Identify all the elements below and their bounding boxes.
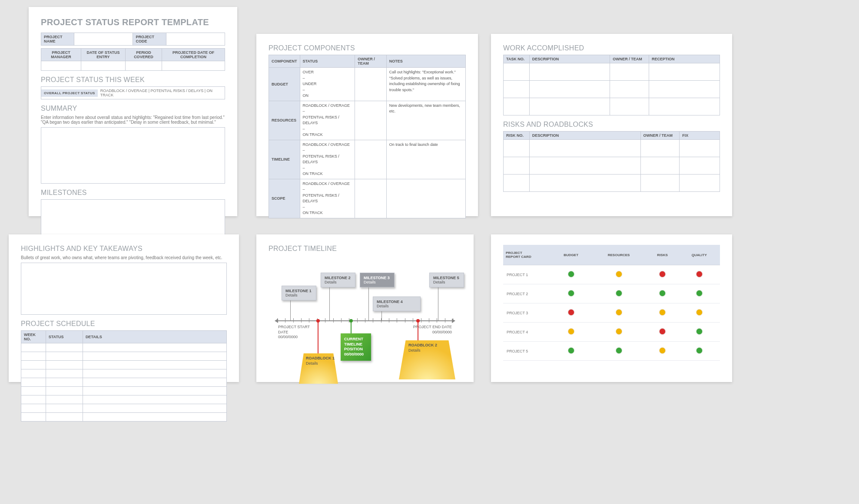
blank-cell[interactable] [529, 157, 640, 175]
blank-cell[interactable] [21, 369, 46, 378]
blank-cell[interactable] [680, 157, 720, 175]
blank-cell[interactable] [21, 404, 46, 413]
blank-cell[interactable] [46, 343, 83, 352]
status-cell[interactable]: ROADBLOCK / OVERAGE – POTENTIAL RISKS / … [300, 140, 355, 179]
label-period: PERIOD COVERED [125, 49, 162, 61]
owner-cell[interactable] [355, 101, 386, 140]
value-pm[interactable] [41, 61, 81, 71]
milestone-stem [368, 287, 369, 320]
blank-cell[interactable] [649, 98, 720, 115]
tick-icon [357, 318, 358, 323]
col-header: RISKS [647, 245, 679, 265]
owner-cell[interactable] [355, 68, 386, 101]
blank-cell[interactable] [610, 63, 649, 81]
blank-cell[interactable] [640, 175, 680, 192]
table-row [21, 378, 227, 387]
blank-cell[interactable] [21, 378, 46, 387]
blank-cell[interactable] [504, 140, 530, 157]
tick-icon [445, 318, 445, 323]
blank-cell[interactable] [504, 63, 530, 81]
status-dot-icon [660, 271, 665, 277]
blank-cell[interactable] [529, 140, 640, 157]
blank-cell[interactable] [504, 157, 530, 175]
col-header: FIX [680, 132, 720, 140]
value-entry[interactable] [81, 61, 125, 71]
status-cell [551, 284, 591, 303]
blank-cell[interactable] [21, 361, 46, 369]
blank-cell[interactable] [504, 175, 530, 192]
blank-cell[interactable] [529, 175, 640, 192]
blank-cell[interactable] [21, 387, 46, 395]
status-cell[interactable]: ROADBLOCK / OVERAGE – POTENTIAL RISKS / … [300, 179, 355, 218]
blank-cell[interactable] [83, 361, 226, 369]
blank-cell[interactable] [680, 140, 720, 157]
blank-cell[interactable] [21, 343, 46, 352]
tick-icon [341, 318, 342, 323]
blank-cell[interactable] [46, 395, 83, 404]
blank-cell[interactable] [46, 378, 83, 387]
owner-cell[interactable] [355, 179, 386, 218]
blank-cell[interactable] [21, 352, 46, 361]
blank-cell[interactable] [46, 387, 83, 395]
table-row [504, 175, 720, 192]
blank-cell[interactable] [610, 81, 649, 98]
value-project-name[interactable] [74, 33, 133, 46]
blank-cell[interactable] [504, 98, 530, 115]
blank-cell[interactable] [610, 98, 649, 115]
highlights-schedule-card: HIGHLIGHTS AND KEY TAKEAWAYS Bullets of … [9, 234, 239, 382]
blank-cell[interactable] [21, 395, 46, 404]
blank-cell[interactable] [83, 343, 226, 352]
blank-cell[interactable] [21, 413, 46, 422]
blank-cell[interactable] [640, 157, 680, 175]
status-dot-icon [568, 310, 574, 315]
notes-cell[interactable] [386, 179, 465, 218]
blank-cell[interactable] [83, 413, 226, 422]
col-header: OWNER / TEAM [610, 55, 649, 63]
blank-cell[interactable] [504, 81, 530, 98]
roadblock-box-1: ROADBLOCK 1Details [299, 353, 338, 384]
blank-cell[interactable] [83, 352, 226, 361]
blank-cell[interactable] [46, 361, 83, 369]
value-project-code[interactable] [166, 33, 225, 46]
summary-input[interactable] [41, 127, 225, 184]
blank-cell[interactable] [83, 404, 226, 413]
blank-cell[interactable] [649, 81, 720, 98]
status-cell[interactable]: ROADBLOCK / OVERAGE – POTENTIAL RISKS / … [300, 101, 355, 140]
col-header: DESCRIPTION [529, 55, 610, 63]
notes-cell[interactable]: On track to final launch date [386, 140, 465, 179]
blank-cell[interactable] [83, 369, 226, 378]
blank-cell[interactable] [649, 63, 720, 81]
blank-cell[interactable] [83, 387, 226, 395]
milestone-detail: Details [433, 280, 445, 284]
owner-cell[interactable] [355, 140, 386, 179]
milestone-label: MILESTONE 4 [377, 300, 417, 304]
blank-cell[interactable] [529, 98, 610, 115]
blank-cell[interactable] [529, 63, 610, 81]
blank-cell[interactable] [640, 140, 680, 157]
value-projected[interactable] [162, 61, 225, 71]
table-row: SCOPEROADBLOCK / OVERAGE – POTENTIAL RIS… [269, 179, 466, 218]
blank-cell[interactable] [46, 413, 83, 422]
col-header: RECEPTION [649, 55, 720, 63]
blank-cell[interactable] [46, 404, 83, 413]
blank-cell[interactable] [46, 352, 83, 361]
tick-icon [293, 318, 294, 323]
table-row: RESOURCESROADBLOCK / OVERAGE – POTENTIAL… [269, 101, 466, 140]
blank-cell[interactable] [83, 378, 226, 387]
value-period[interactable] [125, 61, 162, 71]
tick-icon [333, 318, 334, 323]
blank-cell[interactable] [529, 81, 610, 98]
status-cell[interactable]: OVER – UNDER – ON [300, 68, 355, 101]
notes-cell[interactable]: New developments, new team members, etc. [386, 101, 465, 140]
milestone-box-1: MILESTONE 1 Details [282, 286, 316, 300]
section-risks-roadblocks: RISKS AND ROADBLOCKS [503, 121, 720, 128]
status-cell [591, 323, 647, 342]
col-header: WEEK NO. [21, 331, 46, 343]
roadblock-line [418, 321, 418, 343]
highlights-input[interactable] [21, 263, 227, 315]
report-card: PROJECTREPORT CARDBUDGETRESOURCESRISKSQU… [491, 234, 732, 382]
notes-cell[interactable]: Call out highlights: "Exceptional work."… [386, 68, 465, 101]
blank-cell[interactable] [46, 369, 83, 378]
blank-cell[interactable] [680, 175, 720, 192]
blank-cell[interactable] [83, 395, 226, 404]
